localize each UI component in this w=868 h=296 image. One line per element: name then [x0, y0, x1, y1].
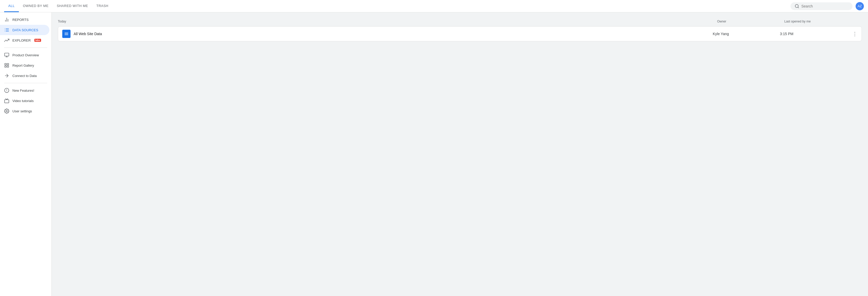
sidebar-reports-label: REPORTS [12, 18, 29, 22]
sidebar-item-data-sources[interactable]: DATA SOURCES [0, 25, 49, 35]
sidebar-item-video-tutorials[interactable]: Video tutorials [0, 96, 49, 106]
sidebar-item-report-gallery[interactable]: Report Gallery [0, 60, 49, 70]
sidebar-item-explorer[interactable]: EXPLORER labs [0, 35, 49, 45]
column-last-opened-header: Last opened by me [784, 20, 851, 23]
search-input[interactable] [801, 4, 848, 8]
main-layout: REPORTS DATA SOURCES [0, 12, 868, 296]
svg-rect-15 [7, 64, 9, 65]
svg-rect-17 [5, 66, 6, 67]
bar-chart-icon [4, 17, 9, 22]
sidebar-item-new-features[interactable]: New Features! [0, 85, 49, 96]
row-owner: Kyle Yang [713, 32, 780, 36]
sidebar-product-overview-label: Product Overview [12, 53, 39, 57]
tab-shared-with-me[interactable]: SHARED WITH ME [53, 0, 92, 12]
top-nav: ALL OWNED BY ME SHARED WITH ME TRASH AZ [0, 0, 868, 12]
sidebar-explorer-label: EXPLORER [12, 38, 31, 42]
row-menu-button[interactable]: ⋮ [847, 31, 858, 37]
sidebar-video-tutorials-label: Video tutorials [12, 99, 34, 103]
tab-all[interactable]: ALL [4, 0, 19, 12]
tab-trash[interactable]: TRASH [92, 0, 113, 12]
row-name: All Web Site Data [74, 32, 713, 36]
sidebar-divider-1 [4, 47, 47, 48]
sidebar: REPORTS DATA SOURCES [0, 12, 52, 296]
search-bar[interactable] [790, 2, 852, 10]
svg-rect-22 [5, 100, 9, 103]
sidebar-item-reports[interactable]: REPORTS [0, 14, 49, 25]
svg-rect-16 [7, 66, 9, 67]
row-last-opened: 3:15 PM [780, 32, 847, 36]
connect-icon [4, 73, 9, 78]
sidebar-report-gallery-label: Report Gallery [12, 64, 34, 67]
content-area: Today Owner Last opened by me All Web Si… [52, 12, 868, 296]
list-icon [4, 27, 9, 33]
column-owner-header: Owner [717, 20, 784, 23]
svg-line-1 [798, 7, 799, 8]
svg-rect-14 [5, 64, 6, 65]
row-icon [62, 30, 70, 38]
sidebar-divider-2 [4, 83, 47, 83]
youtube-icon [4, 98, 9, 103]
labs-badge: labs [34, 39, 41, 42]
table-row[interactable]: All Web Site Data Kyle Yang 3:15 PM ⋮ [58, 26, 862, 41]
tab-owned-by-me[interactable]: OWNED BY ME [19, 0, 53, 12]
sidebar-data-sources-label: DATA SOURCES [12, 28, 38, 32]
settings-icon [4, 108, 9, 113]
nav-tabs: ALL OWNED BY ME SHARED WITH ME TRASH [0, 0, 790, 12]
alert-icon [4, 88, 9, 93]
avatar[interactable]: AZ [856, 2, 864, 10]
sidebar-new-features-label: New Features! [12, 89, 34, 93]
sidebar-user-settings-label: User settings [12, 109, 32, 113]
trending-icon [4, 38, 9, 43]
sidebar-item-user-settings[interactable]: User settings [0, 106, 49, 116]
sidebar-item-product-overview[interactable]: Product Overview [0, 50, 49, 60]
sidebar-connect-to-data-label: Connect to Data [12, 74, 37, 78]
nav-right: AZ [790, 2, 868, 10]
monitor-icon [4, 53, 9, 58]
svg-rect-11 [5, 53, 9, 56]
grid-icon [4, 63, 9, 68]
search-icon [795, 4, 799, 8]
table-header: Today Owner Last opened by me [58, 18, 862, 25]
sidebar-item-connect-to-data[interactable]: Connect to Data [0, 70, 49, 81]
svg-point-23 [6, 110, 7, 112]
section-today-label: Today [58, 20, 717, 23]
